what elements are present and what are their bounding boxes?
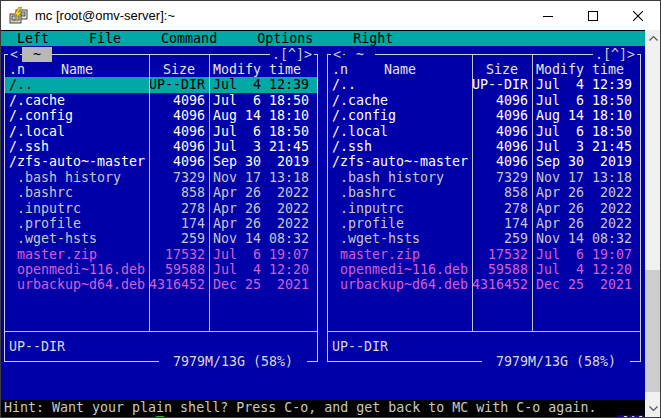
file-row[interactable]: .bashrc858Apr 26 2022	[5, 185, 317, 200]
file-mtime-cell: Jul 6 18:50	[532, 93, 640, 108]
file-name-cell: .wget-hsts	[5, 231, 149, 246]
file-row[interactable]: master.zip17532Jul 6 19:07	[5, 247, 317, 262]
file-mtime-cell: Apr 26 2022	[209, 185, 317, 200]
file-row[interactable]: .inputrc278Apr 26 2022	[328, 201, 640, 216]
file-row[interactable]: master.zip17532Jul 6 19:07	[328, 247, 640, 262]
scrollbar[interactable]	[645, 30, 661, 417]
file-row[interactable]: /..UP--DIRJul 4 12:39	[328, 77, 640, 92]
file-size-cell: 278	[149, 201, 209, 216]
file-row[interactable]: /zfs-auto~-master4096Sep 30 2019	[328, 154, 640, 169]
close-button[interactable]	[615, 1, 660, 30]
column-header-name: .nName	[328, 62, 472, 77]
file-row[interactable]: /.ssh4096Jul 3 21:45	[5, 139, 317, 154]
column-header-mtime: Modify time	[532, 62, 640, 77]
panel-left-marker[interactable]: <	[331, 47, 343, 62]
file-size-cell: 7329	[472, 170, 532, 185]
menu-item-left[interactable]: Left	[17, 31, 49, 46]
file-size-cell: 259	[472, 231, 532, 246]
file-row[interactable]: /.local4096Jul 6 18:50	[5, 124, 317, 139]
file-row[interactable]: /.config4096Aug 14 18:10	[328, 108, 640, 123]
mini-status-separator	[5, 331, 317, 332]
file-size-cell: 174	[149, 216, 209, 231]
left-file-panel: < ~ .[^]>.nNameSizeModify time/..UP--DIR…	[4, 54, 318, 362]
column-header-name: .nName	[5, 62, 149, 77]
file-mtime-cell: Nov 17 13:18	[209, 170, 317, 185]
file-row[interactable]: /.cache4096Jul 6 18:50	[328, 93, 640, 108]
file-row[interactable]: /.local4096Jul 6 18:50	[328, 124, 640, 139]
file-mtime-cell: Jul 6 18:50	[209, 93, 317, 108]
file-size-cell: 4096	[149, 108, 209, 123]
file-size-cell: 4096	[472, 108, 532, 123]
file-mtime-cell: Jul 4 12:39	[532, 77, 640, 92]
file-mtime-cell: Jul 3 21:45	[209, 139, 317, 154]
menu-item-options[interactable]: Options	[257, 31, 313, 46]
file-name-cell: /.config	[328, 108, 472, 123]
file-row[interactable]: /.config4096Aug 14 18:10	[5, 108, 317, 123]
file-row[interactable]: .wget-hsts259Nov 14 08:32	[328, 231, 640, 246]
file-name-cell: .inputrc	[328, 201, 472, 216]
panel-right-marker[interactable]: .[^]>	[593, 47, 637, 62]
panel-left-marker[interactable]: <	[8, 47, 20, 62]
file-row[interactable]: .bashrc858Apr 26 2022	[328, 185, 640, 200]
file-row[interactable]: .bash_history7329Nov 17 13:18	[328, 170, 640, 185]
column-header-name-label: Name	[328, 62, 472, 77]
terminal-screen: LeftFileCommandOptionsRight < ~ .[^]>.nN…	[1, 30, 661, 417]
file-name-cell: .bash_history	[5, 170, 149, 185]
file-mtime-cell: Apr 26 2022	[532, 185, 640, 200]
file-size-cell: 278	[472, 201, 532, 216]
menu-item-command[interactable]: Command	[161, 31, 217, 46]
panel-file-list: .nNameSizeModify time/..UP--DIRJul 4 12:…	[328, 62, 640, 293]
file-size-cell: 59588	[472, 262, 532, 277]
free-space-indicator: 7979M/13G (58%)	[159, 354, 307, 369]
column-header-row: .nNameSizeModify time	[5, 62, 317, 77]
scroll-down-button[interactable]	[645, 400, 661, 417]
file-row[interactable]: /zfs-auto~-master4096Sep 30 2019	[5, 154, 317, 169]
file-row[interactable]: .profile174Apr 26 2022	[328, 216, 640, 231]
file-name-cell: master.zip	[5, 247, 149, 262]
panel-path-tab[interactable]: ~	[345, 47, 375, 62]
panel-path-tab[interactable]: ~	[22, 47, 52, 62]
file-row[interactable]: openmedi~116.deb59588Jul 4 12:20	[328, 262, 640, 277]
title-bar: mc [root@omv-server]:~	[1, 1, 660, 30]
panel-right-marker[interactable]: .[^]>	[270, 47, 314, 62]
file-row[interactable]: .profile174Apr 26 2022	[5, 216, 317, 231]
column-header-size: Size	[149, 62, 209, 77]
file-row[interactable]: /..UP--DIRJul 4 12:39	[5, 77, 317, 92]
file-name-cell: .bashrc	[5, 185, 149, 200]
file-mtime-cell: Apr 26 2022	[532, 216, 640, 231]
file-row[interactable]: .wget-hsts259Nov 14 08:32	[5, 231, 317, 246]
file-mtime-cell: Jul 6 19:07	[209, 247, 317, 262]
file-name-cell: /.cache	[5, 93, 149, 108]
hint-line: Hint: Want your plain shell? Press C-o, …	[4, 400, 645, 415]
menu-bar: LeftFileCommandOptionsRight	[1, 31, 645, 46]
panel-file-list: .nNameSizeModify time/..UP--DIRJul 4 12:…	[5, 62, 317, 293]
file-mtime-cell: Dec 25 2021	[532, 277, 640, 292]
file-row[interactable]: openmedi~116.deb59588Jul 4 12:20	[5, 262, 317, 277]
menu-item-file[interactable]: File	[89, 31, 121, 46]
file-row[interactable]: urbackup~d64.deb4316452Dec 25 2021	[328, 277, 640, 292]
file-size-cell: 259	[149, 231, 209, 246]
maximize-icon	[588, 11, 598, 21]
free-space-indicator: 7979M/13G (58%)	[482, 354, 630, 369]
mini-status: UP--DIR	[332, 339, 388, 354]
file-name-cell: /zfs-auto~-master	[328, 154, 472, 169]
file-row[interactable]: /.ssh4096Jul 3 21:45	[328, 139, 640, 154]
file-name-cell: /zfs-auto~-master	[5, 154, 149, 169]
file-row[interactable]: urbackup~d64.deb4316452Dec 25 2021	[5, 277, 317, 292]
file-size-cell: 17532	[149, 247, 209, 262]
maximize-button[interactable]	[570, 1, 615, 30]
menu-item-right[interactable]: Right	[353, 31, 393, 46]
scroll-up-button[interactable]	[645, 30, 661, 47]
file-row[interactable]: /.cache4096Jul 6 18:50	[5, 93, 317, 108]
scrollbar-thumb[interactable]	[645, 270, 661, 392]
file-row[interactable]: .bash_history7329Nov 17 13:18	[5, 170, 317, 185]
file-row[interactable]: .inputrc278Apr 26 2022	[5, 201, 317, 216]
minimize-button[interactable]	[525, 1, 570, 30]
file-size-cell: 4096	[472, 124, 532, 139]
file-name-cell: .inputrc	[5, 201, 149, 216]
file-size-cell: 858	[472, 185, 532, 200]
file-size-cell: 174	[472, 216, 532, 231]
column-header-mtime: Modify time	[209, 62, 317, 77]
minimize-icon	[543, 11, 553, 21]
file-mtime-cell: Dec 25 2021	[209, 277, 317, 292]
